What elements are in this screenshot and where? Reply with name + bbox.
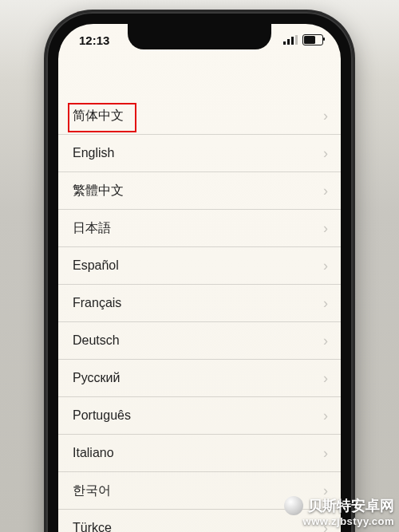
language-label: Italiano (73, 446, 114, 460)
chevron-right-icon: › (323, 258, 328, 273)
language-label: English (73, 146, 114, 160)
chevron-right-icon: › (323, 221, 328, 235)
chevron-right-icon: › (323, 371, 328, 385)
language-label: 한국어 (73, 483, 111, 499)
svg-rect-1 (287, 39, 290, 45)
watermark-title: 贝斯特安卓网 (308, 496, 394, 515)
svg-rect-2 (291, 37, 294, 45)
chevron-right-icon: › (323, 146, 328, 160)
language-row[interactable]: 简体中文› (58, 97, 341, 135)
chevron-right-icon: › (323, 408, 328, 423)
svg-rect-3 (295, 35, 298, 45)
language-label: 简体中文 (73, 108, 124, 124)
battery-icon (302, 34, 323, 45)
language-label: Español (73, 258, 119, 273)
language-label: Français (73, 296, 121, 310)
language-row[interactable]: Español› (58, 247, 341, 285)
language-row[interactable]: Português› (58, 397, 341, 435)
language-label: Deutsch (73, 333, 120, 348)
iphone-device-frame: 12:13 简体中文›English›繁體中文›日本語›Español›Fran… (46, 12, 353, 532)
watermark-logo-icon (284, 496, 303, 515)
language-label: 繁體中文 (73, 183, 124, 199)
chevron-right-icon: › (323, 446, 328, 460)
chevron-right-icon: › (323, 108, 328, 123)
language-row[interactable]: Deutsch› (58, 322, 341, 360)
notch (128, 24, 271, 49)
battery-fill (304, 36, 315, 44)
chevron-right-icon: › (323, 333, 328, 348)
language-row[interactable]: English› (58, 135, 341, 172)
watermark-url: www.zjbstyy.com (284, 515, 394, 527)
language-label: Português (73, 408, 131, 423)
cellular-signal-icon (283, 33, 298, 47)
svg-rect-0 (283, 41, 286, 45)
language-list[interactable]: 简体中文›English›繁體中文›日本語›Español›Français›D… (58, 97, 341, 532)
status-time: 12:13 (79, 33, 109, 47)
language-row[interactable]: 繁體中文› (58, 172, 341, 210)
language-label: Русский (73, 371, 120, 385)
chevron-right-icon: › (323, 296, 328, 310)
language-label: Türkçe (73, 521, 112, 532)
language-row[interactable]: 日本語› (58, 210, 341, 247)
phone-screen: 12:13 简体中文›English›繁體中文›日本語›Español›Fran… (58, 24, 341, 532)
language-row[interactable]: Русский› (58, 360, 341, 397)
language-label: 日本語 (73, 220, 111, 237)
chevron-right-icon: › (323, 183, 328, 198)
language-row[interactable]: Français› (58, 285, 341, 322)
language-row[interactable]: Italiano› (58, 435, 341, 472)
watermark: 贝斯特安卓网 www.zjbstyy.com (284, 496, 394, 527)
